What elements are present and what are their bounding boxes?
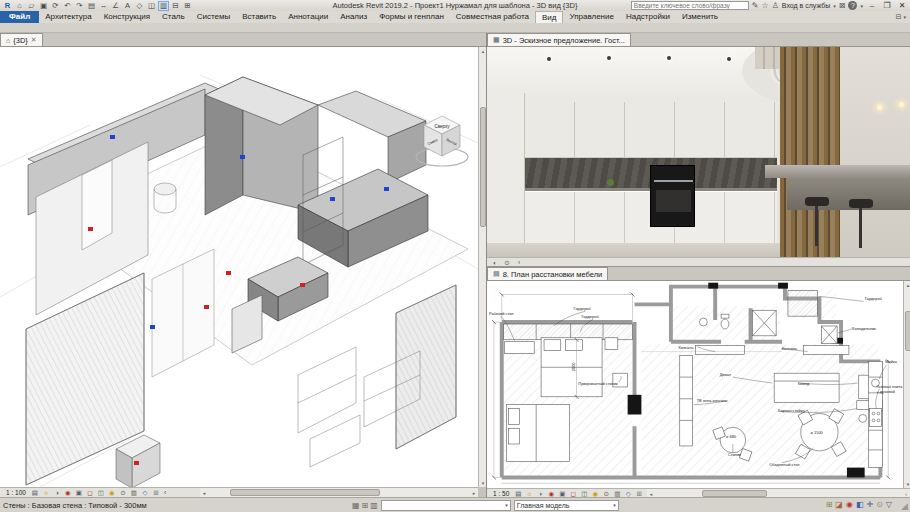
tab-steel[interactable]: Сталь (156, 11, 191, 23)
redo-icon[interactable]: ↷ (74, 1, 85, 11)
scroll-up-icon[interactable]: ▴ (904, 281, 910, 289)
tab-systems[interactable]: Системы (191, 11, 237, 23)
filter-icon[interactable]: ▽ (886, 499, 892, 511)
plan-viewport[interactable]: Рабочий столГардеробГардеробПрикроватный… (487, 281, 903, 488)
plan-label: + духовой (876, 389, 894, 394)
crop-view-icon[interactable]: ▣ (74, 488, 84, 497)
plan-label: Барная стойка (778, 408, 805, 413)
close-inactive-windows-icon[interactable]: ⊟ (170, 1, 181, 11)
reveal-hidden-icon[interactable]: ◉ (107, 488, 117, 497)
sync-with-central-icon[interactable]: ⟳ (50, 1, 61, 11)
scroll-thumb[interactable] (905, 311, 910, 351)
thin-lines-icon[interactable]: ▥ (158, 1, 169, 11)
switch-windows-icon[interactable]: ⊞ (182, 1, 193, 11)
undo-icon[interactable]: ↶ (62, 1, 73, 11)
tab-analyze[interactable]: Анализ (334, 11, 373, 23)
viewport-3d[interactable]: Сверху Север Восток (0, 47, 478, 487)
close-button[interactable]: ✕ (896, 1, 908, 10)
tab-addins[interactable]: Надстройки (620, 11, 676, 23)
scrollbar-vertical-3d[interactable]: ▴ ▾ (478, 47, 486, 487)
scroll-down-icon[interactable]: ▾ (904, 480, 910, 488)
scroll-thumb[interactable] (702, 490, 767, 497)
open-icon[interactable]: ▱ (26, 1, 37, 11)
temporary-view-properties-icon[interactable]: ▥ (129, 488, 139, 497)
status-hint-text: Стены : Базовая стена : Типовой - 300мм (0, 501, 147, 510)
help-icon[interactable]: ? (848, 1, 857, 10)
select-by-face-icon[interactable]: ◧ (856, 499, 864, 511)
bar-stool (805, 197, 829, 206)
active-model-dropdown[interactable]: Главная модель ▾ (514, 500, 619, 511)
vcb-collapse-icon[interactable]: ‹ (162, 489, 168, 496)
profile-icon[interactable]: ♙ (772, 1, 779, 11)
plan-label: Рабочий стол (489, 311, 514, 316)
viewcube-top-label[interactable]: Сверху (434, 124, 450, 129)
tab-structure[interactable]: Конструкция (98, 11, 156, 23)
view-tab-3d[interactable]: ⌂ {3D} ✕ (0, 33, 43, 46)
show-crop-icon[interactable]: ◻ (85, 488, 95, 497)
drag-on-selection-icon[interactable]: ✛ (866, 499, 873, 511)
subscription-icon[interactable]: ✎ (752, 1, 759, 11)
section-icon[interactable]: ◫ (146, 1, 157, 11)
infocenter-search-input[interactable] (631, 1, 749, 10)
selection-settings-icon[interactable]: ⊙ (876, 499, 883, 511)
infocenter-icons: ✎☆♙ (752, 1, 779, 11)
scrollbar-vertical-plan[interactable]: ▴ ▾ (903, 281, 910, 488)
restore-button[interactable]: ❐ (881, 1, 893, 10)
worksets-icon[interactable]: ▦ (352, 501, 360, 510)
editable-only-icon[interactable]: ⊞ (362, 501, 369, 510)
rendering-dialog-icon[interactable]: ◉ (63, 488, 73, 497)
displacement-sets-icon[interactable]: ⊞ (151, 488, 161, 497)
view-scale-button[interactable]: 1 : 100 (3, 488, 29, 497)
print-icon[interactable]: ▤ (86, 1, 97, 11)
shadows-icon[interactable]: ◑ (52, 488, 62, 497)
view-tab-plan[interactable]: ▤ 8. План расстановки мебели (487, 267, 608, 280)
view-tab-render[interactable]: ▦ 3D - Эскизное предложение. Гост... (487, 33, 631, 46)
tab-insert[interactable]: Вставить (236, 11, 282, 23)
tab-collaborate[interactable]: Совместная работа (450, 11, 535, 23)
text-note-icon[interactable]: A (122, 1, 133, 11)
tab-view[interactable]: Вид (535, 11, 563, 23)
ribbon-collapse-icon[interactable]: ⊟ (896, 13, 902, 21)
kitchen-spotlight (607, 56, 611, 60)
aligned-dimension-icon[interactable]: ∠ (110, 1, 121, 11)
save-icon[interactable]: ▣ (38, 1, 49, 11)
revit-logo[interactable]: R (2, 1, 13, 11)
measure-icon[interactable]: ↔ (98, 1, 109, 11)
exchange-apps-icon[interactable]: ⊠ (839, 1, 846, 11)
scroll-left-icon[interactable]: ◂ (200, 489, 208, 497)
select-underlay-icon[interactable]: ◪ (835, 499, 843, 511)
home-icon[interactable]: ⌂ (14, 1, 25, 11)
ribbon-collapsed-strip (0, 23, 910, 33)
favorites-icon[interactable]: ☆ (762, 1, 769, 11)
file-tab[interactable]: Файл (0, 11, 39, 23)
default-3d-view-icon[interactable]: ◇ (134, 1, 145, 11)
help-caret-icon[interactable]: ▾ (860, 3, 863, 9)
scrollbar-horizontal-3d[interactable]: ◂ ▸ (200, 487, 478, 497)
minimize-button[interactable]: – (866, 1, 878, 10)
sun-path-icon[interactable]: ☼ (41, 488, 51, 497)
title-bar: R⌂▱▣⟳↶↷▤↔∠A◇◫▥⊟⊞ Autodesk Revit 2019.2 -… (0, 0, 910, 11)
tab-annotate[interactable]: Аннотации (282, 11, 334, 23)
ribbon-collapse-caret-icon[interactable]: ▾ (903, 14, 906, 20)
sign-in-button[interactable]: Вход в службы (782, 2, 830, 9)
hide-analytical-model-icon[interactable]: ◇ (140, 488, 150, 497)
temporary-hide-isolate-icon[interactable]: ◫ (96, 488, 106, 497)
resize-grip-icon[interactable]: ◢ (901, 501, 908, 511)
sign-in-caret-icon[interactable]: ▾ (833, 3, 836, 9)
select-pinned-icon[interactable]: ◉ (846, 499, 853, 511)
active-workset-dropdown[interactable]: ▾ (381, 500, 511, 511)
tab-manage[interactable]: Управление (563, 11, 619, 23)
view-tab-close-icon[interactable]: ✕ (31, 36, 37, 44)
tab-modify[interactable]: Изменить (676, 11, 724, 23)
visual-style-icon[interactable]: ▤ (30, 488, 40, 497)
render-viewport[interactable] (487, 47, 910, 257)
design-options-icon[interactable]: ▥ (370, 501, 378, 510)
worksharing-display-icon[interactable]: ⊙ (118, 488, 128, 497)
tab-architecture[interactable]: Архитектура (39, 11, 97, 23)
plan-label: Диван (720, 372, 731, 377)
select-links-icon[interactable]: ⊞ (826, 499, 833, 511)
scroll-thumb[interactable] (230, 489, 380, 496)
tab-massing[interactable]: Формы и генплан (373, 11, 450, 23)
scroll-right-icon[interactable]: ▸ (470, 489, 478, 497)
plan-label: ТВ зона-консоль (697, 398, 727, 403)
